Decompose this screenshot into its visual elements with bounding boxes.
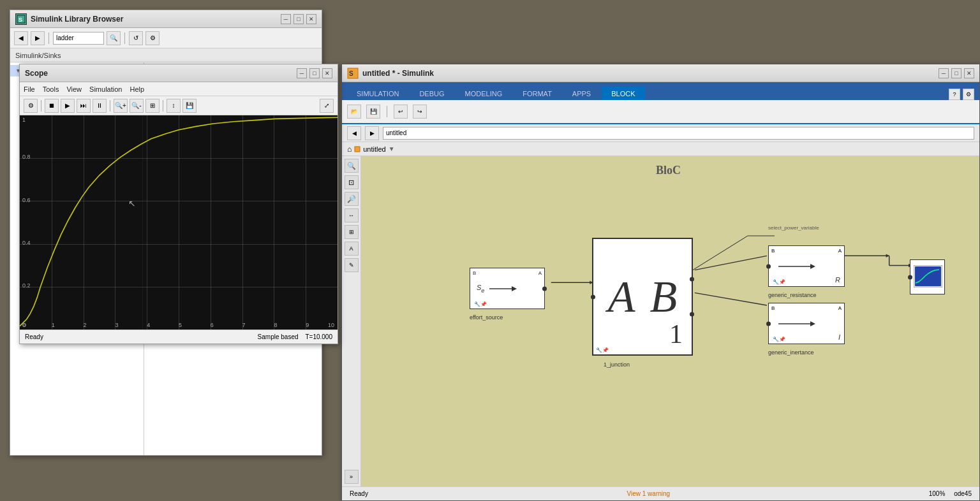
scope-block[interactable] [910, 259, 945, 294]
svg-text:S: S [349, 70, 353, 77]
scope-pause-btn[interactable]: ⏸ [93, 99, 107, 113]
scope-play-btn[interactable]: ▶ [61, 99, 75, 113]
breadcrumb-dropdown[interactable]: ▼ [389, 145, 395, 152]
breadcrumb-home-icon: ⌂ [347, 145, 352, 154]
scope-menu-view[interactable]: View [66, 85, 82, 93]
simulink-canvas[interactable]: B A Se 🔧📌 effort_source [361, 156, 979, 486]
simulink-maximize-btn[interactable]: □ [951, 68, 961, 78]
library-breadcrumb: Simulink/Sinks [10, 48, 322, 62]
library-forward-btn[interactable]: ▶ [31, 31, 45, 45]
annotate-btn[interactable]: ✎ [345, 258, 359, 272]
scope-title-text: Scope [25, 69, 48, 78]
tab-simulation[interactable]: SIMULATION [347, 87, 408, 100]
tab-block[interactable]: BLOCK [602, 87, 644, 100]
left-panel-bottom: » [345, 470, 359, 484]
resistance-arrow-svg [778, 261, 823, 272]
scope-menu-file[interactable]: File [24, 85, 35, 93]
ribbon-help-btn[interactable]: ? [949, 89, 960, 100]
resistance-block[interactable]: B A R 🔧📌 [768, 245, 845, 287]
zoom-fit-btn[interactable]: ⊡ [345, 175, 359, 189]
effort-source-block[interactable]: B A Se 🔧📌 [470, 268, 545, 309]
scope-expand-btn[interactable]: ⤢ [320, 99, 334, 113]
resistance-settings-icon: 🔧📌 [773, 279, 785, 285]
simulink-close-btn[interactable]: ✕ [964, 68, 974, 78]
breadcrumb-text: untitled [363, 145, 385, 153]
breadcrumb-block-icon [354, 146, 360, 152]
scope-settings-btn[interactable]: ⚙ [24, 99, 38, 113]
library-close-btn[interactable]: ✕ [306, 14, 316, 24]
library-search-btn[interactable]: 🔍 [107, 31, 121, 45]
scope-menu-tools[interactable]: Tools [43, 85, 59, 93]
effort-right-port [542, 286, 547, 291]
resistance-left-port [766, 264, 771, 268]
junction-block[interactable]: A B 1 🔧📌 [592, 238, 693, 356]
wire-junction-to-inertance [695, 293, 767, 305]
scope-menu-simulation[interactable]: Simulation [89, 85, 122, 93]
sim-status-center: View 1 warning [627, 490, 670, 497]
scope-menu-help[interactable]: Help [130, 85, 144, 93]
scope-save-btn[interactable]: 💾 [182, 99, 197, 113]
simulink-minimize-btn[interactable]: ─ [939, 68, 949, 78]
tab-format[interactable]: FORMAT [513, 87, 561, 100]
ribbon-redo-btn[interactable]: ↪ [413, 105, 427, 119]
zoom-in-btn[interactable]: 🔍 [345, 159, 359, 173]
library-search-input[interactable] [53, 32, 104, 45]
scope-sep-1 [41, 100, 41, 112]
scope-minimize-btn[interactable]: ─ [297, 68, 307, 78]
scope-statusbar: Ready Sample based T=10.000 [20, 330, 338, 344]
scope-titlebar: Scope ─ □ ✕ [20, 64, 338, 82]
ribbon-sep-1 [387, 106, 387, 117]
sim-status-right: 100% ode45 [929, 490, 972, 497]
svg-text:S: S [19, 17, 22, 23]
svg-marker-8 [810, 264, 815, 269]
hide-sidebar-btn[interactable]: » [345, 470, 359, 484]
tab-apps[interactable]: APPS [563, 87, 600, 100]
inertance-settings-icon: 🔧📌 [773, 337, 785, 342]
scope-maximize-btn[interactable]: □ [309, 68, 320, 78]
effort-arrow-svg [489, 283, 524, 294]
inertance-block[interactable]: B A I 🔧📌 [768, 303, 845, 344]
text-btn[interactable]: A [345, 242, 359, 256]
scope-stop-btn[interactable]: ⏹ [45, 99, 59, 113]
svg-rect-4 [355, 147, 360, 152]
tab-debug[interactable]: DEBUG [410, 87, 454, 100]
address-forward-btn[interactable]: ▶ [365, 126, 379, 140]
effort-port-a-label: A [538, 270, 542, 276]
select-btn[interactable]: ⊞ [345, 225, 359, 239]
pan-btn[interactable]: ↔ [345, 208, 359, 222]
left-panel: 🔍 ⊡ 🔎 ↔ ⊞ A ✎ » [342, 156, 361, 486]
library-minimize-btn[interactable]: ─ [281, 14, 291, 24]
scope-zoomout-btn[interactable]: 🔍- [130, 99, 144, 113]
tab-modeling[interactable]: MODELING [456, 87, 512, 100]
effort-se-label: Se [477, 284, 484, 293]
effort-source-inner: B A Se 🔧📌 [470, 268, 544, 309]
ribbon-settings-btn[interactable]: ⚙ [963, 89, 974, 100]
address-input[interactable] [383, 127, 974, 140]
library-maximize-btn[interactable]: □ [293, 14, 304, 24]
inertance-port-a: A [838, 305, 842, 311]
bloc-label: BloC [656, 164, 681, 177]
junction-inner: A B 1 🔧📌 [593, 239, 692, 354]
resistance-port-a: A [838, 248, 842, 254]
ribbon-undo-btn[interactable]: ↩ [394, 105, 408, 119]
junction-letter-b: B [650, 275, 677, 319]
library-back-btn[interactable]: ◀ [14, 31, 28, 45]
scope-block-inner [910, 260, 944, 294]
resistance-r-label: R [835, 276, 840, 284]
library-refresh-btn[interactable]: ↺ [129, 31, 143, 45]
scope-fit-btn[interactable]: ⊞ [145, 99, 160, 113]
library-settings-btn[interactable]: ⚙ [145, 31, 160, 45]
zoom-out-btn[interactable]: 🔎 [345, 192, 359, 206]
scope-close-btn[interactable]: ✕ [322, 68, 332, 78]
address-back-btn[interactable]: ◀ [347, 126, 361, 140]
effort-source-label: effort_source [470, 314, 503, 321]
ribbon-open-btn[interactable]: 📂 [347, 105, 361, 119]
scope-zoomin-btn[interactable]: 🔍+ [114, 99, 128, 113]
scope-cursor-btn[interactable]: ↕ [167, 99, 181, 113]
inertance-label: generic_inertance [768, 349, 814, 356]
ribbon-save-btn[interactable]: 💾 [366, 105, 380, 119]
resistance-port-b: B [771, 248, 775, 254]
simulink-app-icon: S [347, 68, 359, 79]
scope-step-btn[interactable]: ⏭ [77, 99, 91, 113]
resistance-label: generic_resistance [768, 292, 817, 298]
